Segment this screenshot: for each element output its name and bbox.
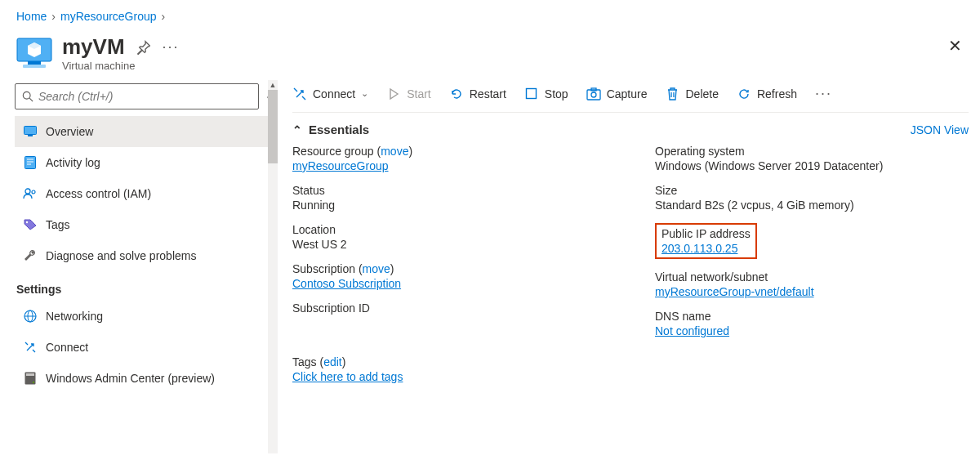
capture-icon [586, 87, 601, 101]
section-settings: Settings [15, 271, 268, 301]
svg-rect-20 [527, 89, 537, 99]
search-input[interactable] [38, 90, 252, 103]
more-button[interactable]: ··· [163, 38, 180, 56]
delete-button[interactable]: Delete [665, 87, 718, 101]
edit-tags-link[interactable]: edit [323, 355, 342, 368]
label-location: Location [292, 223, 606, 236]
svg-point-12 [32, 190, 35, 194]
label-subscription-id: Subscription ID [292, 301, 606, 315]
chevron-right-icon: › [51, 10, 56, 23]
more-commands-button[interactable]: ··· [815, 85, 832, 102]
value-subscription[interactable]: Contoso Subscription [292, 277, 401, 290]
sidebar-item-wac[interactable]: Windows Admin Center (preview) [15, 363, 268, 394]
label-tags: Tags [292, 355, 317, 368]
vm-icon [16, 38, 52, 69]
label-public-ip: Public IP address [662, 227, 751, 240]
scroll-thumb[interactable] [268, 90, 278, 163]
sidebar-item-tags[interactable]: Tags [15, 209, 268, 240]
json-view-link[interactable]: JSON View [911, 123, 969, 136]
essentials-title: Essentials [309, 123, 369, 136]
close-button[interactable]: ✕ [948, 36, 962, 56]
page-header: myVM ··· Virtual machine ✕ [0, 29, 980, 80]
label-status: Status [292, 184, 606, 197]
svg-rect-2 [23, 65, 46, 68]
wrench-icon [23, 248, 38, 263]
command-bar: Connect ⌄ Start Restart Stop Capture [292, 80, 969, 112]
server-icon [23, 371, 38, 386]
svg-rect-5 [24, 127, 37, 135]
connect-button[interactable]: Connect ⌄ [292, 87, 368, 101]
button-label: Connect [313, 87, 355, 100]
stop-button[interactable]: Stop [524, 87, 568, 101]
pin-button[interactable] [136, 40, 151, 55]
essentials-toggle[interactable]: ⌃ Essentials [292, 123, 369, 136]
capture-button[interactable]: Capture [586, 87, 648, 101]
sidebar-item-label: Connect [46, 341, 88, 354]
svg-rect-6 [28, 135, 33, 136]
sidebar-item-label: Windows Admin Center (preview) [46, 372, 215, 385]
chevron-up-icon: ⌃ [292, 123, 302, 136]
svg-point-3 [23, 92, 30, 99]
svg-rect-21 [587, 90, 600, 100]
sidebar-item-label: Diagnose and solve problems [46, 249, 196, 262]
play-icon [386, 87, 401, 101]
sidebar-item-overview[interactable]: Overview [15, 116, 268, 147]
label-os: Operating system [655, 145, 969, 158]
button-label: Restart [470, 87, 506, 100]
svg-point-13 [26, 221, 28, 223]
page-title: myVM [62, 34, 125, 60]
value-public-ip[interactable]: 203.0.113.0.25 [662, 242, 737, 255]
button-label: Capture [607, 87, 648, 100]
chevron-right-icon: › [162, 10, 166, 23]
refresh-button[interactable]: Refresh [737, 87, 797, 101]
connect-icon [23, 340, 38, 355]
label-size: Size [655, 184, 969, 197]
label-dns: DNS name [655, 310, 969, 323]
sidebar-item-networking[interactable]: Networking [15, 301, 268, 332]
page-subtitle: Virtual machine [62, 60, 180, 72]
svg-rect-18 [26, 373, 34, 376]
button-label: Stop [545, 87, 568, 100]
breadcrumb: Home › myResourceGroup › [0, 0, 980, 29]
sidebar-item-activity-log[interactable]: Activity log [15, 147, 268, 178]
sidebar-item-label: Overview [46, 125, 93, 138]
breadcrumb-group[interactable]: myResourceGroup [60, 10, 157, 23]
value-resource-group[interactable]: myResourceGroup [292, 159, 389, 172]
sidebar-item-iam[interactable]: Access control (IAM) [15, 178, 268, 209]
value-dns[interactable]: Not configured [655, 324, 729, 337]
sidebar-item-label: Networking [46, 310, 103, 323]
move-sub-link[interactable]: move [363, 262, 390, 275]
sidebar-item-connect[interactable]: Connect [15, 332, 268, 363]
trash-icon [665, 87, 679, 101]
add-tags-link[interactable]: Click here to add tags [292, 370, 403, 383]
svg-point-22 [591, 92, 596, 97]
move-rg-link[interactable]: move [381, 145, 408, 158]
sidebar-item-label: Access control (IAM) [46, 187, 151, 200]
connect-icon [292, 87, 307, 101]
tag-icon [23, 217, 38, 232]
people-icon [23, 186, 38, 201]
sidebar-item-label: Activity log [46, 156, 100, 169]
label-vnet: Virtual network/subnet [655, 270, 969, 284]
value-status: Running [292, 199, 606, 212]
value-os: Windows (Windows Server 2019 Datacenter) [655, 159, 969, 172]
refresh-icon [737, 87, 751, 101]
svg-rect-1 [28, 61, 41, 65]
globe-icon [23, 309, 38, 324]
highlight-public-ip: Public IP address 203.0.113.0.25 [655, 223, 757, 259]
value-vnet[interactable]: myResourceGroup-vnet/default [655, 285, 814, 298]
svg-point-11 [25, 189, 30, 194]
sidebar-item-diagnose[interactable]: Diagnose and solve problems [15, 240, 268, 271]
label-subscription: Subscription [292, 262, 355, 275]
sidebar-item-label: Tags [46, 218, 70, 231]
breadcrumb-home[interactable]: Home [16, 10, 47, 23]
button-label: Delete [685, 87, 718, 100]
search-box[interactable] [15, 83, 259, 109]
restart-button[interactable]: Restart [449, 87, 506, 101]
monitor-icon [23, 124, 38, 139]
restart-icon [449, 87, 464, 101]
start-button[interactable]: Start [386, 87, 431, 101]
scroll-up-arrow: ▲ [268, 80, 278, 90]
stop-icon [524, 87, 539, 101]
sidebar-scrollbar[interactable]: ▲ [268, 80, 278, 453]
